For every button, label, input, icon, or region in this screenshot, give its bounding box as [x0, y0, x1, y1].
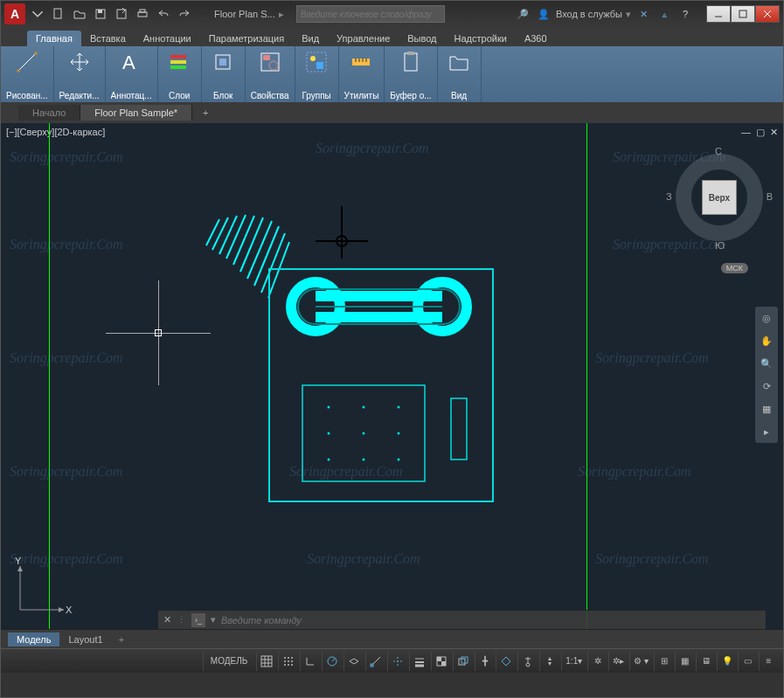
ribbon-group-view[interactable]: Вид	[438, 46, 482, 102]
status-dynamic-input-icon[interactable]: ╋	[475, 652, 494, 671]
saveas-icon[interactable]	[113, 5, 130, 23]
status-gear-icon[interactable]: ✲	[587, 652, 607, 671]
ribbon-group-layers[interactable]: Слои	[158, 46, 202, 102]
ribbon-tab-annotate[interactable]: Аннотации	[135, 31, 200, 46]
ribbon-group-draw[interactable]: Рисован...	[1, 46, 54, 102]
open-icon[interactable]	[71, 5, 88, 23]
svg-rect-2	[98, 10, 102, 13]
status-grid-icon[interactable]	[256, 652, 276, 671]
signin-link[interactable]: Вход в службы	[556, 9, 622, 19]
ribbon-tab-insert[interactable]: Вставка	[81, 31, 135, 46]
svg-line-33	[206, 219, 219, 245]
search-input[interactable]	[296, 5, 445, 23]
signin-caret-icon[interactable]: ▾	[626, 9, 631, 20]
vp-close-icon[interactable]: ✕	[770, 127, 778, 138]
command-input[interactable]	[221, 615, 760, 625]
drawing-viewport[interactable]: [−][Сверху][2D-каркас] — ▢ ✕ Soringpcrep…	[1, 123, 783, 629]
status-qprops-icon[interactable]	[496, 652, 516, 671]
status-ortho-icon[interactable]	[300, 652, 320, 671]
title-caret-icon[interactable]: ▸	[279, 9, 284, 20]
ribbon-tab-manage[interactable]: Управление	[328, 31, 399, 46]
svg-text:A: A	[122, 52, 135, 73]
status-workspace-icon[interactable]: ⚙ ▾	[629, 652, 652, 671]
redo-icon[interactable]	[176, 5, 193, 23]
exchange-icon[interactable]: ✕	[635, 5, 652, 23]
tab-floorplan[interactable]: Floor Plan Sample*	[80, 105, 192, 121]
ribbon-group-clipboard[interactable]: Буфер о...	[385, 46, 437, 102]
ribbon-tab-parametric[interactable]: Параметризация	[200, 31, 293, 46]
new-icon[interactable]	[50, 5, 67, 23]
svg-point-53	[328, 432, 330, 435]
ribbon-group-annotate[interactable]: AАннотац...	[106, 46, 158, 102]
status-model-button[interactable]: МОДЕЛЬ	[203, 652, 254, 671]
tab-add-button[interactable]: +	[196, 103, 215, 122]
undo-icon[interactable]	[155, 5, 172, 23]
minimize-button[interactable]	[706, 5, 731, 23]
viewcube-south[interactable]: Ю	[715, 240, 725, 251]
viewcube-top-face[interactable]: Верх	[702, 180, 737, 215]
help-icon[interactable]: ?	[676, 5, 694, 23]
ribbon-group-utilities[interactable]: Утилиты	[339, 46, 385, 102]
nav-wheel-icon[interactable]: ◎	[759, 310, 774, 326]
maximize-button[interactable]	[731, 5, 755, 23]
layout-tab-add[interactable]: +	[112, 632, 131, 646]
close-button[interactable]	[755, 5, 780, 23]
cmdline-close-icon[interactable]: ✕	[163, 614, 171, 625]
ribbon-group-modify[interactable]: Редакти...	[54, 46, 106, 102]
app-menu-button[interactable]: A	[4, 3, 25, 24]
ribbon-tab-view[interactable]: Вид	[293, 31, 328, 46]
nav-orbit-icon[interactable]: ⟳	[759, 378, 774, 394]
print-icon[interactable]	[134, 5, 151, 23]
ribbon-tab-a360[interactable]: A360	[516, 31, 556, 46]
status-cycling-icon[interactable]	[453, 652, 473, 671]
status-quickprops-icon[interactable]: ▦	[675, 652, 694, 671]
viewcube-east[interactable]: В	[767, 191, 773, 202]
svg-point-55	[398, 432, 400, 435]
viewcube-west[interactable]: З	[666, 191, 672, 202]
status-osnap-icon[interactable]	[365, 652, 385, 671]
tab-start[interactable]: Начало	[18, 105, 80, 121]
status-isolate-icon[interactable]: 💡	[717, 652, 736, 671]
ribbon-group-groups[interactable]: Группы	[295, 46, 339, 102]
ribbon-group-properties[interactable]: Свойства	[246, 46, 295, 102]
status-annomonitor-icon[interactable]: ✲▸	[608, 652, 628, 671]
viewcube[interactable]: Верх С Ю В З	[671, 149, 767, 245]
status-customize-icon[interactable]: ≡	[759, 652, 778, 671]
status-otrack-icon[interactable]	[387, 652, 407, 671]
ribbon-group-block[interactable]: Блок	[202, 46, 246, 102]
ribbon-tab-addins[interactable]: Надстройки	[446, 31, 516, 46]
viewcube-north[interactable]: С	[715, 146, 722, 156]
cmdline-handle-icon[interactable]: ⋮	[177, 614, 186, 625]
vp-minimize-icon[interactable]: —	[741, 127, 751, 138]
layout-tab-model[interactable]: Модель	[8, 632, 59, 646]
ribbon-tab-home[interactable]: Главная	[27, 31, 81, 46]
ribbon-tab-output[interactable]: Вывод	[399, 31, 445, 46]
save-icon[interactable]	[92, 5, 109, 23]
status-lineweight-icon[interactable]	[409, 652, 429, 671]
user-icon[interactable]: 👤	[535, 5, 552, 23]
status-scale[interactable]: 1:1 ▾	[561, 652, 586, 671]
status-isodraft-icon[interactable]	[343, 652, 364, 671]
vp-maximize-icon[interactable]: ▢	[756, 127, 765, 138]
nav-zoom-icon[interactable]: 🔍	[759, 356, 774, 371]
status-units-icon[interactable]: ⊞	[654, 652, 673, 671]
a360-icon[interactable]: ⟁	[656, 5, 673, 23]
ucs-badge[interactable]: МСК	[721, 263, 748, 273]
status-snapmode-icon[interactable]	[278, 652, 298, 671]
status-cleanscreen-icon[interactable]: ▭	[738, 652, 757, 671]
svg-text:X: X	[66, 605, 73, 615]
status-annoscale-icon[interactable]	[539, 652, 559, 671]
status-transparency-icon[interactable]	[431, 652, 451, 671]
nav-pan-icon[interactable]: ✋	[759, 333, 774, 349]
nav-showmotion-icon[interactable]: ▦	[759, 401, 774, 417]
command-line[interactable]: ✕ ⋮ ›_ ▾	[158, 610, 766, 629]
caret-down-icon[interactable]	[29, 5, 46, 23]
viewport-label[interactable]: [−][Сверху][2D-каркас]	[6, 127, 105, 137]
layout-tab-layout1[interactable]: Layout1	[59, 632, 111, 646]
status-hardware-icon[interactable]: 🖥	[696, 652, 715, 671]
cmdline-caret-icon[interactable]: ▾	[211, 614, 216, 625]
binoculars-icon[interactable]: 🔎	[514, 5, 531, 23]
status-3dosnap-icon[interactable]	[517, 652, 538, 671]
nav-expand-icon[interactable]: ▸	[759, 424, 774, 439]
status-polar-icon[interactable]	[322, 652, 342, 671]
